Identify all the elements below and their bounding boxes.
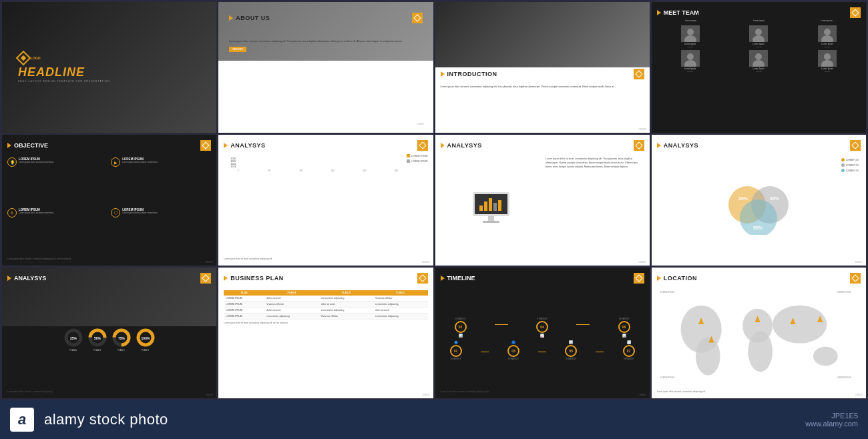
objective-title: OBJECTIVE xyxy=(14,142,48,149)
introduction-title: INTRODUCTION xyxy=(447,71,497,77)
view-info-button[interactable]: VIEW INFO xyxy=(229,47,246,52)
about-us-body: Lorem ipsum dolor sit amet, consectetur … xyxy=(229,40,422,44)
donut-plan-b: 50% PLAN B xyxy=(87,328,107,352)
map-label-2: LOREM IPSUM xyxy=(837,291,851,294)
slide-headline: LOGO HEADLINE PAGE LAYOUT DESIGN TEMPLAT… xyxy=(2,2,216,133)
bp-row-1: LOREM IPSUM dolor sit amet consectetur a… xyxy=(224,296,427,302)
bp-row-3: LOREM IPSUM dolor sit amet consectetur a… xyxy=(224,308,427,314)
team-member-5: Lorem Ipsum Director xyxy=(726,50,793,73)
legend-item-2: LOREM IPSUM xyxy=(407,159,428,163)
objective-item-1: 💡 LOREM IPSUM Lorem ipsum dolor sit amet… xyxy=(7,157,107,205)
timeline-node-06: STRATEGY 06 📊 xyxy=(618,318,630,338)
timeline-title: TIMELINE xyxy=(447,275,475,282)
venn-legend-1: LOREM PLUS xyxy=(841,158,859,161)
svg-text:50%: 50% xyxy=(753,226,763,230)
objective-item-3: $ LOREM IPSUM Lorem ipsum dolor sit amet… xyxy=(7,208,107,256)
svg-point-47 xyxy=(748,331,773,372)
timeline-node-03: 🔵 03 STRATEGY xyxy=(507,340,519,360)
timeline-credit: CREDIT xyxy=(639,394,646,396)
business-plan-footer: Lorem ipsum dolor sit amet, consectetur … xyxy=(224,322,427,324)
timeline-footer: Lorem ipsum dolor sit amet, consectetur … xyxy=(441,390,644,393)
legend-item-1: LOREM IPSUM xyxy=(407,154,428,157)
bp-col-plan: PLAN xyxy=(224,290,264,296)
objective-footer: Lorem ipsum dolor sit amet, consectetur … xyxy=(7,258,211,260)
bp-row-4: LOREM IPSUM consectetur adipiscing Vivam… xyxy=(224,314,427,320)
svg-text:50%: 50% xyxy=(94,336,101,340)
introduction-body: Lorem ipsum dolor sit amet, consectetur … xyxy=(441,85,644,89)
svg-text:100%: 100% xyxy=(141,336,150,340)
analysys-bar-title: ANALYSYS xyxy=(230,142,265,149)
timeline-node-07: 📉 07 STRATEGY xyxy=(623,340,635,360)
donut-plan-c: 75% PLAN C xyxy=(112,328,132,352)
venn-legend-2: LOREM PLUS xyxy=(841,163,859,167)
bp-col-c: PLAN C xyxy=(373,290,427,296)
venn-legend-3: LOREM PLUS xyxy=(841,169,859,172)
svg-point-10 xyxy=(687,53,694,60)
timeline-node-04: STRATEGY 04 📈 xyxy=(536,318,548,338)
svg-point-16 xyxy=(824,53,831,60)
footer-brand: alamy stock photo xyxy=(44,411,168,428)
svg-point-49 xyxy=(813,347,838,366)
team-member-6: Lorem Ipsum Director xyxy=(794,50,861,73)
svg-rect-25 xyxy=(488,216,494,222)
svg-rect-20 xyxy=(479,205,483,211)
slide-business-plan: BUSINESS PLAN PLAN PLAN A PLAN B PLAN C … xyxy=(218,268,433,398)
team-col-label-2: Lorem ipsum xyxy=(753,19,765,22)
location-footer: Lorem ipsum dolor sit amet, consectetur … xyxy=(657,390,861,393)
svg-point-45 xyxy=(696,337,720,375)
introduction-credit: CREDIT xyxy=(639,128,646,131)
main-content: LOGO HEADLINE PAGE LAYOUT DESIGN TEMPLAT… xyxy=(0,0,868,400)
slide-analysys-bar: ANALYSYS 2016 2015 xyxy=(218,135,433,266)
analysys-donut-title: ANALYSYS xyxy=(14,275,46,282)
slide-location: LOCATION xyxy=(652,268,866,398)
svg-text:30%: 30% xyxy=(770,196,780,201)
footer-metadata: JPE1E5 www.alamy.com xyxy=(805,412,858,428)
bp-row-2: LOREM IPSUM Vivamus efficitur dolor sit … xyxy=(224,302,427,308)
svg-point-7 xyxy=(824,29,831,35)
footer-url: www.alamy.com xyxy=(805,420,858,428)
world-map-svg xyxy=(657,290,861,389)
analysys-venn-title: ANALYSYS xyxy=(664,142,698,149)
svg-point-1 xyxy=(687,29,694,35)
timeline-node-01: 🔷 01 STRATEGY xyxy=(450,340,462,360)
monitor-svg xyxy=(469,191,513,228)
business-plan-credit: CREDIT xyxy=(422,394,429,396)
team-member-2: Lorem Ipsum Director xyxy=(726,25,793,48)
analysys-monitor-body: Lorem ipsum dolor sit amet, consectetur … xyxy=(546,157,644,260)
slide-analysys-monitor: ANALYSYS xyxy=(435,135,650,266)
team-member-4: Lorem Ipsum Director xyxy=(657,50,724,73)
analysys-venn-credit: CREDIT xyxy=(855,261,863,264)
location-credit: CREDIT xyxy=(855,394,863,396)
analysys-donut-credit: CREDIT xyxy=(206,394,213,396)
svg-text:25%: 25% xyxy=(70,336,77,340)
venn-diagram: 20% 30% 50% xyxy=(722,181,795,235)
analysys-monitor-credit: CREDIT xyxy=(639,261,646,264)
slide-meet-team: MEET TEAM Lorem ipsum Lorem ipsum Lorem … xyxy=(652,2,866,133)
about-us-credit: CREDIT xyxy=(417,123,424,125)
headline-subtitle: PAGE LAYOUT DESIGN TEMPLATE FOR PRESENTA… xyxy=(18,80,200,83)
svg-point-4 xyxy=(755,29,762,35)
map-label-1: LOREM IPSUM xyxy=(660,291,674,294)
svg-text:20%: 20% xyxy=(738,196,748,201)
footer-code: JPE1E5 xyxy=(831,412,858,420)
svg-point-48 xyxy=(773,306,827,344)
map-label-3: LOREM IPSUM xyxy=(660,376,674,379)
meet-team-title: MEET TEAM xyxy=(664,9,699,16)
bp-col-a: PLAN A xyxy=(264,290,318,296)
slide-analysys-donut: ANALYSYS 25% PLAN A xyxy=(2,268,216,398)
svg-text:75%: 75% xyxy=(118,336,126,340)
alamy-logo-icon: a xyxy=(10,408,34,432)
bp-col-b: PLAN B xyxy=(319,290,373,296)
map-label-4: LOREM IPSUM xyxy=(837,376,851,379)
location-title: LOCATION xyxy=(664,275,697,282)
footer-bar: a alamy stock photo JPE1E5 www.alamy.com xyxy=(0,400,868,439)
svg-rect-22 xyxy=(489,198,492,211)
analysys-bar-credit: CREDIT xyxy=(422,261,429,264)
team-col-label-3: Lorem ipsum xyxy=(821,19,832,22)
svg-point-13 xyxy=(755,53,762,60)
analysys-bar-footer: Lorem ipsum dolor sit amet, consectetur … xyxy=(224,258,427,260)
team-member-3: Lorem Ipsum Director xyxy=(794,25,861,48)
timeline-node-02: STRATEGY 02 📊 xyxy=(455,318,467,338)
slide-timeline: TIMELINE STRATEGY 02 📊 STRATEGY 04 📈 xyxy=(435,268,650,398)
slide-objective: OBJECTIVE 💡 LOREM IPSUM Lorem ipsum dolo… xyxy=(2,135,216,266)
